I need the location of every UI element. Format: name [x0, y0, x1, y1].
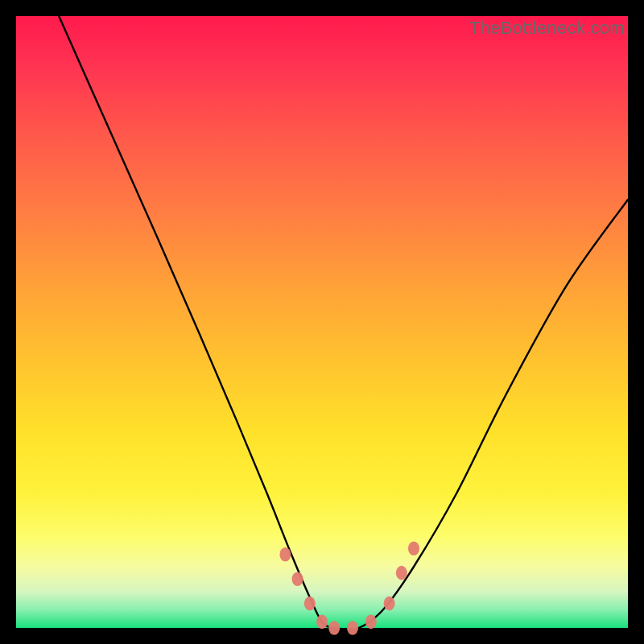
curve-marker	[328, 621, 340, 635]
curve-marker	[365, 615, 377, 630]
chart-gradient-background	[16, 16, 628, 628]
curve-marker	[316, 615, 328, 630]
curve-markers	[279, 541, 419, 634]
curve-marker	[292, 572, 303, 586]
curve-marker	[279, 547, 291, 562]
curve-marker	[396, 566, 407, 580]
curve-marker	[408, 541, 419, 555]
bottleneck-curve-chart	[16, 16, 628, 628]
curve-marker	[304, 597, 316, 611]
curve-marker	[347, 621, 358, 635]
watermark-text: TheBottleneck.com	[469, 18, 625, 39]
curve-path	[59, 16, 628, 630]
curve-marker	[384, 597, 395, 611]
chart-frame: TheBottleneck.com	[0, 0, 644, 644]
